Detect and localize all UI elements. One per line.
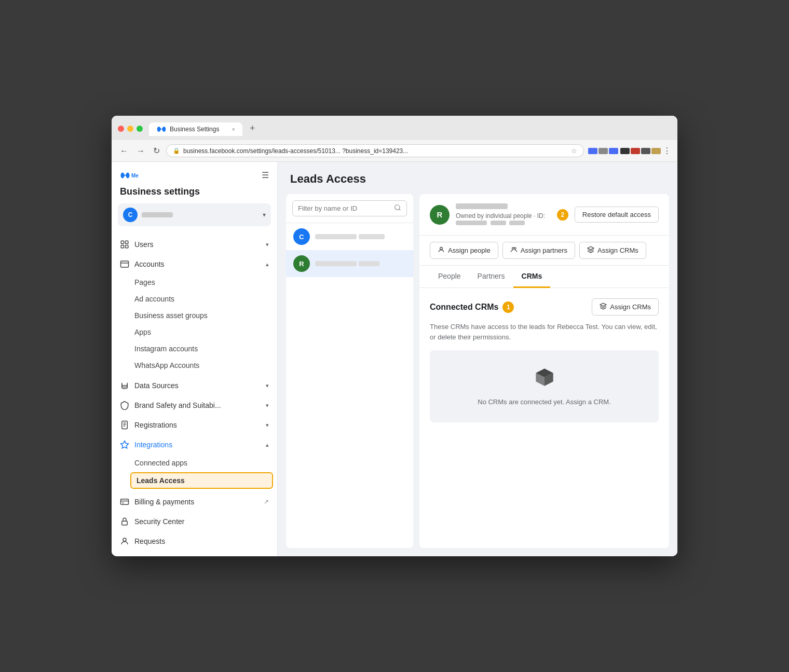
users-icon	[120, 240, 129, 249]
sidebar-item-brand-safety[interactable]: Brand Safety and Suitabi... ▾	[112, 395, 277, 415]
tab-partners[interactable]: Partners	[469, 266, 513, 288]
assign-partners-label: Assign partners	[521, 246, 567, 254]
sidebar-item-whatsapp-accounts[interactable]: WhatsApp Accounts	[112, 357, 277, 374]
tabs-row: People Partners CRMs	[419, 266, 669, 288]
account-avatar: C	[123, 208, 138, 222]
search-icon	[394, 204, 401, 213]
billing-icon	[120, 497, 129, 506]
brand-safety-chevron-icon: ▾	[266, 402, 269, 409]
data-sources-chevron-icon: ▾	[266, 382, 269, 389]
person-avatar-r: R	[293, 255, 310, 272]
back-button[interactable]: ←	[118, 145, 130, 157]
tab-title: Business Settings	[170, 126, 219, 133]
hamburger-icon[interactable]: ☰	[262, 170, 269, 180]
meta-favicon-icon	[156, 126, 167, 133]
meta-logo: Meta	[120, 172, 139, 179]
action-buttons: Assign people Assign partners	[419, 236, 669, 266]
browser-titlebar: Business Settings × +	[112, 116, 677, 140]
registrations-icon	[120, 420, 129, 430]
assign-crm-button[interactable]: Assign CRMs	[592, 298, 659, 316]
restore-default-access-button[interactable]: Restore default access	[575, 207, 659, 223]
address-bar-icons: ☆	[571, 147, 577, 155]
person-item[interactable]: C	[286, 223, 413, 250]
address-bar[interactable]: 🔒 business.facebook.com/settings/leads-a…	[166, 144, 584, 157]
active-browser-tab[interactable]: Business Settings ×	[149, 122, 242, 136]
tab-crms[interactable]: CRMs	[513, 266, 551, 288]
ownership-text: Owned by individual people · ID:	[456, 212, 545, 220]
ext-icon-6	[641, 148, 650, 154]
account-chevron-icon: ▾	[263, 211, 266, 218]
page-title: Leads Access	[290, 172, 665, 186]
minimize-traffic-light[interactable]	[127, 126, 133, 132]
sidebar-item-integrations[interactable]: Integrations ▴	[112, 435, 277, 455]
external-link-icon: ↗	[264, 498, 269, 505]
detail-user-info: Owned by individual people · ID:	[456, 202, 551, 227]
new-tab-button[interactable]: +	[244, 121, 261, 136]
sidebar-item-apps[interactable]: Apps	[112, 324, 277, 340]
bookmark-icon[interactable]: ☆	[571, 147, 577, 155]
more-options-button[interactable]: ⋮	[663, 146, 671, 156]
integrations-sub-items: Connected apps Leads Access	[112, 455, 277, 492]
sidebar-account[interactable]: C ▾	[118, 203, 271, 226]
svg-point-17	[123, 538, 126, 541]
svg-rect-16	[122, 521, 128, 525]
detail-user-name	[456, 202, 551, 211]
svg-point-31	[514, 248, 516, 250]
sidebar-item-instagram-accounts[interactable]: Instagram accounts	[112, 340, 277, 357]
ext-icon-7	[651, 148, 661, 154]
person-name-r	[315, 260, 406, 268]
assign-crm-label: Assign CRMs	[610, 303, 651, 311]
svg-point-30	[512, 248, 514, 250]
svg-rect-13	[121, 499, 129, 505]
assign-crms-header-button[interactable]: Assign CRMs	[579, 242, 646, 259]
sidebar-item-registrations[interactable]: Registrations ▾	[112, 415, 277, 435]
close-traffic-light[interactable]	[118, 126, 124, 132]
tab-close-button[interactable]: ×	[232, 126, 235, 132]
sidebar-item-requests[interactable]: Requests	[112, 531, 277, 551]
assign-partners-button[interactable]: Assign partners	[502, 242, 575, 259]
content-area: C R	[278, 194, 677, 556]
svg-rect-1	[121, 241, 124, 243]
svg-marker-12	[121, 441, 129, 448]
sidebar-item-pages[interactable]: Pages	[112, 274, 277, 291]
browser-window: Business Settings × + ← → ↻ 🔒 business.f…	[112, 116, 677, 556]
sidebar-item-leads-access[interactable]: Leads Access	[130, 472, 273, 489]
sidebar-item-data-sources-label: Data Sources	[134, 381, 261, 390]
tab-content-crms: Connected CRMs 1 Assign CRMs	[419, 288, 669, 548]
detail-user-meta: Owned by individual people · ID:	[456, 212, 551, 227]
search-input[interactable]	[298, 204, 391, 212]
maximize-traffic-light[interactable]	[137, 126, 143, 132]
refresh-button[interactable]: ↻	[151, 145, 162, 157]
sidebar-item-connected-apps[interactable]: Connected apps	[112, 455, 277, 471]
tabs-bar: Business Settings × +	[149, 121, 671, 136]
accounts-chevron-icon: ▴	[266, 261, 269, 268]
sidebar-item-business-asset-groups[interactable]: Business asset groups	[112, 307, 277, 324]
sidebar-item-billing[interactable]: Billing & payments ↗	[112, 492, 277, 512]
assign-people-button[interactable]: Assign people	[430, 242, 498, 259]
data-sources-icon	[120, 381, 129, 390]
sidebar-item-ad-accounts[interactable]: Ad accounts	[112, 291, 277, 307]
search-bar	[286, 194, 413, 223]
sidebar-item-accounts-label: Accounts	[134, 260, 261, 268]
main-content: Leads Access	[278, 162, 677, 556]
svg-rect-5	[121, 261, 129, 267]
sidebar-item-brand-safety-label: Brand Safety and Suitabi...	[134, 401, 261, 409]
svg-rect-3	[121, 245, 124, 248]
forward-button[interactable]: →	[134, 145, 147, 157]
lock-icon: 🔒	[173, 147, 180, 154]
sidebar: Meta ☰ Business settings C ▾	[112, 162, 278, 556]
sidebar-item-notifications[interactable]: Notifications	[112, 551, 277, 556]
person-avatar: C	[293, 228, 310, 245]
sidebar-item-users-label: Users	[134, 240, 261, 249]
tab-people[interactable]: People	[430, 266, 469, 288]
person-item-selected[interactable]: R	[286, 250, 413, 277]
search-input-wrap[interactable]	[292, 200, 407, 216]
sidebar-nav: Users ▾ Accounts ▴ Pages Ad accounts	[112, 232, 277, 556]
meta-wordmark-icon: Meta	[120, 172, 139, 179]
sidebar-item-security[interactable]: Security Center	[112, 512, 277, 531]
sidebar-item-accounts[interactable]: Accounts ▴	[112, 254, 277, 274]
traffic-lights	[118, 126, 143, 132]
sidebar-item-users[interactable]: Users ▾	[112, 235, 277, 254]
page-header: Leads Access	[278, 162, 677, 194]
sidebar-item-data-sources[interactable]: Data Sources ▾	[112, 376, 277, 395]
